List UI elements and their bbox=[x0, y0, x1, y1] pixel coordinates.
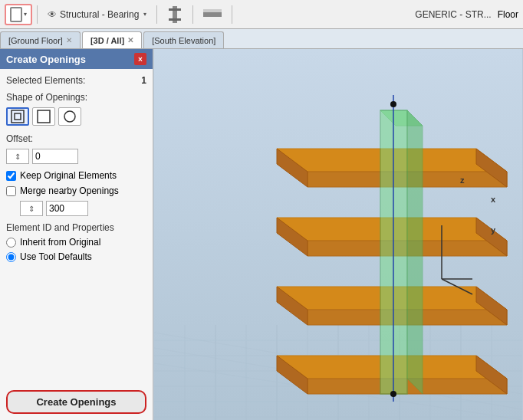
merge-nearby-label: Merge nearby Openings bbox=[20, 185, 119, 196]
svg-rect-3 bbox=[203, 12, 222, 17]
column-icon bbox=[167, 6, 183, 23]
panel-close-button[interactable]: × bbox=[134, 53, 146, 65]
separator-2 bbox=[156, 5, 157, 24]
panel-title: Create Openings bbox=[6, 54, 86, 65]
shape-rect-button[interactable] bbox=[32, 107, 55, 126]
icon-dropdown-arrow[interactable]: ▾ bbox=[24, 11, 27, 18]
tab-ground-floor-label: [Ground Floor] bbox=[8, 36, 63, 45]
shape-rect-cutout-icon bbox=[11, 110, 25, 123]
offset-input[interactable] bbox=[32, 149, 78, 164]
generic-str-label: GENERIC - STR... bbox=[415, 9, 491, 20]
viewport-3d[interactable]: z y x bbox=[153, 49, 523, 420]
merge-value-row: ⇕ bbox=[6, 201, 146, 216]
inherit-row: Inherit from Original bbox=[6, 237, 146, 248]
scene-svg bbox=[153, 49, 523, 420]
svg-point-56 bbox=[390, 391, 396, 397]
axis-x-label: x bbox=[491, 195, 495, 204]
structural-bearing-label: Structural - Bearing bbox=[60, 9, 139, 20]
tab-south-elevation-label: [South Elevation] bbox=[152, 36, 215, 45]
shape-rect-icon bbox=[37, 110, 51, 123]
inherit-radio[interactable] bbox=[6, 238, 16, 248]
use-defaults-row: Use Tool Defaults bbox=[6, 251, 146, 262]
panel-header: Create Openings × bbox=[0, 49, 153, 69]
tab-3d-all-label: [3D / All] bbox=[90, 36, 124, 45]
offset-arrows[interactable]: ⇕ bbox=[6, 149, 29, 164]
create-openings-button[interactable]: Create Openings bbox=[6, 390, 146, 414]
axis-y-label: y bbox=[491, 225, 495, 235]
tab-bar: [Ground Floor] ✕ [3D / All] ✕ [South Ele… bbox=[0, 29, 523, 49]
shape-circle-button[interactable] bbox=[58, 107, 81, 126]
shape-buttons-group bbox=[6, 107, 146, 126]
tab-ground-floor-close[interactable]: ✕ bbox=[66, 36, 72, 44]
axis-z-label: z bbox=[460, 176, 465, 185]
shape-of-openings-label: Shape of Openings: bbox=[6, 92, 146, 103]
separator-4 bbox=[232, 5, 232, 24]
selected-elements-label: Selected Elements: bbox=[6, 75, 85, 86]
beam-icon bbox=[203, 6, 222, 23]
element-id-label: Element ID and Properties bbox=[6, 222, 146, 233]
column-icon-item[interactable] bbox=[162, 4, 188, 25]
merge-nearby-row: Merge nearby Openings bbox=[6, 185, 146, 196]
separator-1 bbox=[37, 5, 38, 24]
toolbar-right: GENERIC - STR... Floor bbox=[415, 9, 518, 20]
keep-original-row: Keep Original Elements bbox=[6, 170, 146, 181]
svg-rect-5 bbox=[12, 110, 24, 123]
merge-nearby-checkbox[interactable] bbox=[6, 186, 16, 196]
use-defaults-label: Use Tool Defaults bbox=[20, 251, 92, 262]
merge-value-input[interactable] bbox=[46, 201, 88, 216]
selected-elements-value: 1 bbox=[141, 75, 146, 86]
keep-original-checkbox[interactable] bbox=[6, 171, 16, 181]
main-toolbar: ▾ 👁 Structural - Bearing ▾ GENERIC - STR… bbox=[0, 0, 523, 29]
floor-label: Floor bbox=[498, 9, 518, 20]
svg-point-8 bbox=[64, 111, 75, 122]
offset-row: ⇕ bbox=[6, 149, 146, 164]
keep-original-label: Keep Original Elements bbox=[20, 170, 117, 181]
column-opening-highlight bbox=[380, 110, 423, 394]
svg-rect-2 bbox=[169, 18, 181, 21]
beam-icon-item[interactable] bbox=[198, 4, 227, 25]
create-openings-panel: Create Openings × Selected Elements: 1 S… bbox=[0, 49, 153, 420]
tab-south-elevation[interactable]: [South Elevation] bbox=[143, 31, 224, 48]
separator-3 bbox=[192, 5, 193, 24]
eye-icon: 👁 bbox=[48, 9, 57, 20]
main-area: Create Openings × Selected Elements: 1 S… bbox=[0, 49, 523, 420]
element-icon-box[interactable]: ▾ bbox=[5, 4, 32, 25]
svg-rect-1 bbox=[169, 8, 181, 11]
inherit-label: Inherit from Original bbox=[20, 237, 100, 248]
svg-marker-53 bbox=[407, 110, 423, 394]
shape-rect-cutout-button[interactable] bbox=[6, 107, 29, 126]
tab-3d-all[interactable]: [3D / All] ✕ bbox=[82, 31, 142, 48]
svg-rect-4 bbox=[203, 9, 222, 12]
svg-point-55 bbox=[390, 101, 396, 107]
tab-ground-floor[interactable]: [Ground Floor] ✕ bbox=[0, 31, 81, 48]
selected-elements-row: Selected Elements: 1 bbox=[6, 75, 146, 86]
element-icon bbox=[10, 7, 22, 22]
merge-arrows[interactable]: ⇕ bbox=[20, 201, 43, 216]
svg-rect-6 bbox=[15, 113, 21, 120]
tab-3d-all-close[interactable]: ✕ bbox=[127, 36, 133, 44]
svg-rect-7 bbox=[38, 110, 50, 123]
panel-body: Selected Elements: 1 Shape of Openings: bbox=[0, 69, 153, 384]
structural-bearing-item[interactable]: 👁 Structural - Bearing ▾ bbox=[42, 7, 152, 22]
use-defaults-radio[interactable] bbox=[6, 252, 16, 262]
offset-label: Offset: bbox=[6, 133, 146, 144]
shape-circle-icon bbox=[63, 110, 77, 123]
structural-dropdown-arrow[interactable]: ▾ bbox=[143, 11, 146, 18]
